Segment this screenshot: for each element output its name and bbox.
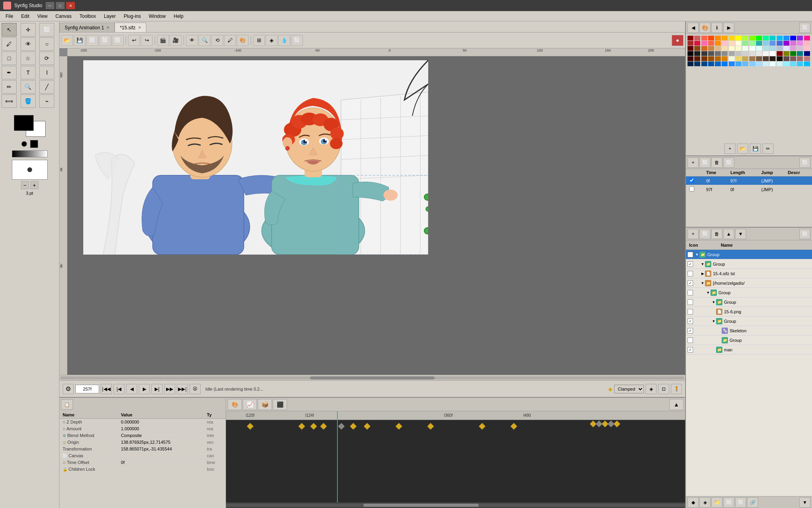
waypoints-dup-button[interactable]: ⬜ bbox=[699, 157, 710, 168]
go-prev-key-button[interactable]: |◀ bbox=[113, 384, 124, 394]
timeline-tab-curves[interactable]: 📈 bbox=[243, 399, 257, 410]
layer-row[interactable]: ✓ 🦴 Skeleton bbox=[686, 326, 812, 335]
palette-color-86[interactable] bbox=[783, 56, 789, 61]
canvas-preview-button[interactable]: 🎥 bbox=[170, 35, 182, 46]
palette-color-47[interactable] bbox=[763, 46, 769, 51]
palette-color-18[interactable] bbox=[688, 41, 693, 46]
layers-dup-button[interactable]: ⬜ bbox=[699, 229, 710, 239]
palette-color-82[interactable] bbox=[756, 56, 762, 61]
canvas-redo-button[interactable]: ↪ bbox=[141, 35, 153, 46]
palette-color-6[interactable] bbox=[729, 36, 735, 40]
timeline-tab-render[interactable]: 📦 bbox=[258, 399, 272, 410]
prop-value-cell[interactable]: 0.000000 bbox=[118, 419, 204, 426]
menu-layer[interactable]: Layer bbox=[100, 12, 120, 20]
square-tool[interactable] bbox=[30, 140, 38, 148]
palette-load-button[interactable]: 📂 bbox=[737, 144, 748, 154]
layers-collapse[interactable]: ⬜ bbox=[799, 229, 810, 239]
palette-color-1[interactable] bbox=[694, 36, 700, 40]
palette-color-17[interactable] bbox=[804, 36, 810, 40]
palette-color-33[interactable] bbox=[790, 41, 796, 46]
layers-add-button[interactable]: + bbox=[688, 229, 699, 239]
go-end-button[interactable]: ▶▶| bbox=[177, 384, 188, 394]
wp-jump[interactable]: (JMP) bbox=[758, 185, 785, 194]
layer-checkbox[interactable]: ✓ bbox=[688, 252, 693, 257]
menu-help[interactable]: Help bbox=[170, 12, 188, 20]
palette-color-97[interactable] bbox=[735, 61, 741, 66]
layer-expander[interactable] bbox=[717, 338, 722, 343]
add-size-button[interactable]: + bbox=[31, 181, 38, 189]
waypoints-add-button[interactable]: + bbox=[688, 157, 699, 168]
canvas-hscrollbar-thumb[interactable] bbox=[310, 376, 435, 380]
palette-color-64[interactable] bbox=[756, 51, 762, 56]
palette-color-16[interactable] bbox=[797, 36, 803, 40]
wp-checkbox[interactable] bbox=[686, 185, 703, 194]
palette-color-60[interactable] bbox=[729, 51, 735, 56]
palette-color-24[interactable] bbox=[729, 41, 735, 46]
palette-color-84[interactable] bbox=[770, 56, 776, 61]
canvas-tool-extra[interactable]: ⬜ bbox=[291, 35, 303, 46]
layer-checkbox[interactable] bbox=[688, 337, 693, 343]
menu-file[interactable]: File bbox=[2, 12, 17, 20]
palette-color-34[interactable] bbox=[797, 41, 803, 46]
palette-color-43[interactable] bbox=[735, 46, 741, 51]
canvas-bone-button[interactable]: 💧 bbox=[278, 35, 290, 46]
palette-color-4[interactable] bbox=[715, 36, 721, 40]
waypoints-del-button[interactable]: 🗑 bbox=[711, 157, 722, 168]
palette-color-51[interactable] bbox=[790, 46, 796, 51]
tool-draw[interactable]: 🖊 bbox=[2, 37, 17, 51]
right-nav-expand[interactable]: ⬜ bbox=[799, 23, 810, 33]
menu-window[interactable]: Window bbox=[145, 12, 170, 20]
layer-expander[interactable]: ▼ bbox=[706, 290, 710, 295]
palette-color-57[interactable] bbox=[708, 51, 714, 56]
keyframe-9[interactable] bbox=[427, 423, 434, 430]
palette-add-button[interactable]: + bbox=[724, 144, 735, 154]
palette-color-87[interactable] bbox=[790, 56, 796, 61]
waypoint-row[interactable]: 97f 0f (JMP) bbox=[686, 185, 812, 194]
tab-15sifz-close[interactable]: ✕ bbox=[138, 25, 141, 30]
palette-color-30[interactable] bbox=[770, 41, 776, 46]
layer-checkbox[interactable] bbox=[688, 290, 693, 295]
palette-color-68[interactable] bbox=[783, 51, 789, 56]
palette-color-42[interactable] bbox=[729, 46, 735, 51]
keyframe-7[interactable] bbox=[364, 423, 371, 430]
timeline-tab-more[interactable]: ⬛ bbox=[273, 399, 287, 410]
canvas-loop-button[interactable]: ⟲ bbox=[211, 35, 223, 46]
palette-color-55[interactable] bbox=[694, 51, 700, 56]
palette-color-101[interactable] bbox=[763, 61, 769, 66]
palette-color-25[interactable] bbox=[735, 41, 741, 46]
palette-save-button[interactable]: 💾 bbox=[750, 144, 761, 154]
palette-color-12[interactable] bbox=[770, 36, 776, 40]
canvas-tool3[interactable]: ⬜ bbox=[86, 35, 98, 46]
palette-color-27[interactable] bbox=[749, 41, 755, 46]
tool-curve[interactable]: ⟳ bbox=[39, 52, 54, 65]
prop-value-cell[interactable]: 158.865071px,-31.435544 bbox=[118, 446, 204, 452]
layer-row[interactable]: ✓ ▼ 📁 Group bbox=[686, 250, 812, 259]
tool-circle[interactable]: ○ bbox=[39, 37, 54, 51]
palette-edit-button[interactable]: ✏ bbox=[762, 144, 774, 154]
palette-color-0[interactable] bbox=[688, 36, 693, 40]
prop-value-cell[interactable] bbox=[118, 452, 204, 459]
palette-color-81[interactable] bbox=[749, 56, 755, 61]
palette-color-93[interactable] bbox=[708, 61, 714, 66]
layers-bottom-btn3[interactable]: 📁 bbox=[711, 497, 722, 508]
canvas-grid-button[interactable]: ⊞ bbox=[253, 35, 265, 46]
go-next-key-button[interactable]: ▶▶ bbox=[164, 384, 175, 394]
prop-value-cell[interactable]: 1.000000 bbox=[118, 426, 204, 432]
right-nav-back[interactable]: ◀ bbox=[688, 23, 699, 33]
palette-color-13[interactable] bbox=[777, 36, 783, 40]
canvas-open-button[interactable]: 📂 bbox=[61, 35, 73, 46]
wp-jump[interactable]: (JMP) bbox=[758, 176, 785, 185]
palette-color-74[interactable] bbox=[701, 56, 707, 61]
palette-color-44[interactable] bbox=[742, 46, 748, 51]
palette-color-10[interactable] bbox=[756, 36, 762, 40]
palette-color-28[interactable] bbox=[756, 41, 762, 46]
palette-color-56[interactable] bbox=[701, 51, 707, 56]
palette-color-104[interactable] bbox=[783, 61, 789, 66]
waypoints-export-button[interactable]: ⬜ bbox=[723, 157, 734, 168]
tool-rect[interactable]: □ bbox=[2, 52, 17, 65]
palette-color-22[interactable] bbox=[715, 41, 721, 46]
palette-color-29[interactable] bbox=[763, 41, 769, 46]
prop-value-cell[interactable]: Composite bbox=[118, 432, 204, 439]
canvas-record-button[interactable]: ● bbox=[672, 35, 684, 46]
canvas-onion-button[interactable]: ◈ bbox=[266, 35, 278, 46]
